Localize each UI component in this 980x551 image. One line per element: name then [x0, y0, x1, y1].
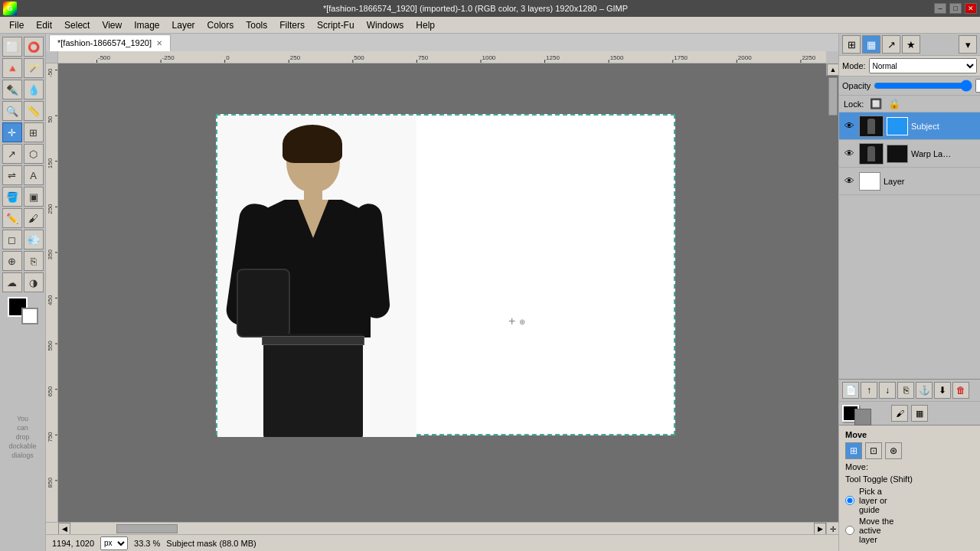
- mode-label: Mode:: [842, 61, 866, 70]
- nav-cross-button[interactable]: ✛: [826, 523, 838, 535]
- layer-actions: 📄 ↑ ↓ ⎘ ⚓ ⬇ 🗑: [839, 379, 980, 401]
- zoom-tool[interactable]: 🔍: [2, 101, 22, 121]
- heal-tool[interactable]: ⊕: [2, 251, 22, 271]
- airbrush-tool[interactable]: 💨: [24, 230, 44, 249]
- perspective-tool[interactable]: ⬡: [24, 144, 44, 164]
- tool-options-panel: Move ⊞ ⊡ ⊛ Move: Tool Toggle (Shift) Pic…: [839, 425, 980, 551]
- menubar-item-edit[interactable]: Edit: [30, 18, 58, 32]
- pick-layer-radio[interactable]: [845, 496, 854, 505]
- minimize-button[interactable]: –: [934, 3, 946, 14]
- scroll-left-button[interactable]: ◀: [58, 523, 70, 535]
- layer-row-layer[interactable]: 👁 Layer: [839, 168, 980, 195]
- move-tool[interactable]: ✛: [2, 122, 22, 142]
- maximize-button[interactable]: □: [949, 3, 962, 14]
- patterns-panel-btn[interactable]: ▦: [911, 405, 928, 422]
- menubar-item-script-fu[interactable]: Script-Fu: [311, 18, 361, 32]
- layer-row-subject[interactable]: 👁 Subject: [839, 112, 980, 140]
- layer-name-subject: Subject: [911, 122, 939, 131]
- layers-panel-icon[interactable]: ⊞: [842, 35, 861, 54]
- opacity-value[interactable]: [975, 79, 980, 93]
- layer-thumb-warplay: [859, 143, 884, 165]
- fuzzy-select-tool[interactable]: 🪄: [24, 58, 44, 78]
- menubar-item-image[interactable]: Image: [128, 18, 165, 32]
- canvas-scroll[interactable]: +⊕: [70, 76, 838, 522]
- new-layer-button[interactable]: 📄: [842, 382, 859, 399]
- paintbrush-tool[interactable]: 🖌: [24, 208, 44, 228]
- vscroll-thumb[interactable]: [828, 77, 838, 116]
- clone-tool[interactable]: ⎘: [24, 251, 44, 271]
- paths-panel-icon[interactable]: ↗: [882, 35, 900, 54]
- pick-layer-label: Pick a layer or guide: [859, 487, 901, 514]
- eraser-tool[interactable]: ◻: [2, 230, 22, 249]
- unit-select[interactable]: px in cm: [100, 536, 128, 550]
- move-active-radio[interactable]: [845, 526, 854, 535]
- canvas-tab[interactable]: *[fashion-1866574_1920] ✕: [49, 34, 171, 51]
- align-tool[interactable]: ⊞: [24, 122, 44, 142]
- scroll-up-button[interactable]: ▲: [827, 64, 838, 76]
- scroll-right-button[interactable]: ▶: [814, 523, 826, 535]
- opacity-slider[interactable]: [874, 80, 972, 92]
- move-label: Move:: [845, 462, 974, 471]
- move-layer-icon[interactable]: ⊞: [845, 442, 862, 459]
- menubar-item-layer[interactable]: Layer: [166, 18, 201, 32]
- menubar-item-view[interactable]: View: [96, 18, 128, 32]
- bucket-fill-tool[interactable]: 🪣: [2, 187, 22, 207]
- history-panel-icon[interactable]: ★: [902, 35, 920, 54]
- menubar-item-help[interactable]: Help: [410, 18, 441, 32]
- flip-tool[interactable]: ⇌: [2, 165, 22, 185]
- ellipse-select-tool[interactable]: ⭕: [24, 37, 44, 57]
- menubar-item-filters[interactable]: Filters: [273, 18, 311, 32]
- blend-mode-select[interactable]: Normal Multiply Screen Overlay: [869, 58, 977, 73]
- move-active-label: Move the active layer: [859, 517, 901, 544]
- image-canvas[interactable]: +⊕: [216, 114, 675, 435]
- move-path-icon[interactable]: ⊛: [885, 442, 902, 459]
- lock-position-icon[interactable]: 🔒: [888, 98, 900, 109]
- layer-row-warplay[interactable]: 👁 Warp La…: [839, 140, 980, 168]
- brushes-panel-btn[interactable]: 🖌: [891, 405, 908, 422]
- lock-row: Lock: 🔲 🔒: [839, 96, 980, 112]
- menubar-item-windows[interactable]: Windows: [361, 18, 410, 32]
- merge-layer-button[interactable]: ⬇: [934, 382, 951, 399]
- layer-visibility-subject[interactable]: 👁: [842, 120, 856, 132]
- layer-visibility-layer[interactable]: 👁: [842, 175, 856, 187]
- duplicate-layer-button[interactable]: ⎘: [897, 382, 914, 399]
- lock-pixels-icon[interactable]: 🔲: [870, 98, 882, 109]
- ruler-v-canvas: [46, 64, 58, 520]
- free-select-tool[interactable]: 🔺: [2, 58, 22, 78]
- cursor-coords: 1194, 1020: [52, 539, 94, 548]
- menubar-item-colors[interactable]: Colors: [201, 18, 240, 32]
- lock-label: Lock:: [844, 99, 864, 109]
- move-selection-icon[interactable]: ⊡: [865, 442, 882, 459]
- delete-layer-button[interactable]: 🗑: [952, 382, 969, 399]
- bg-swatch[interactable]: [854, 409, 871, 425]
- blend-tool[interactable]: ▣: [24, 187, 44, 207]
- raise-layer-button[interactable]: ↑: [861, 382, 877, 399]
- channels-panel-icon[interactable]: ▦: [862, 35, 880, 54]
- ruler-corner-bottom: [46, 523, 58, 534]
- smudge-tool[interactable]: ☁: [2, 272, 22, 292]
- background-color[interactable]: [21, 308, 38, 324]
- transform-tool[interactable]: ↗: [2, 144, 22, 164]
- panel-toolbar: ⊞ ▦ ↗ ★ ▾: [839, 34, 980, 56]
- menubar-item-tools[interactable]: Tools: [240, 18, 273, 32]
- layer-visibility-warplay[interactable]: 👁: [842, 148, 856, 159]
- layer-thumb-layer: [859, 172, 880, 191]
- scrollbar-horizontal[interactable]: ◀ ▶ ✛: [46, 522, 838, 534]
- pencil-tool[interactable]: ✏️: [2, 208, 22, 228]
- tab-close-button[interactable]: ✕: [156, 39, 162, 47]
- panel-settings-icon[interactable]: ▾: [959, 35, 977, 54]
- measure-tool[interactable]: 📏: [24, 101, 44, 121]
- dodge-burn-tool[interactable]: ◑: [24, 272, 44, 292]
- menubar-item-select[interactable]: Select: [58, 18, 96, 32]
- lower-layer-button[interactable]: ↓: [879, 382, 896, 399]
- close-button[interactable]: ✕: [965, 3, 977, 14]
- menubar-item-file[interactable]: File: [3, 18, 30, 32]
- hscroll-thumb[interactable]: [116, 524, 178, 533]
- tab-label: *[fashion-1866574_1920]: [57, 38, 152, 47]
- text-tool[interactable]: A: [24, 165, 44, 185]
- color-picker-tool[interactable]: 💧: [24, 80, 44, 99]
- rect-select-tool[interactable]: ⬜: [2, 37, 22, 57]
- anchor-layer-button[interactable]: ⚓: [916, 382, 933, 399]
- paths-tool[interactable]: ✒️: [2, 80, 22, 99]
- scrollbar-vertical[interactable]: ▲ ▼: [826, 64, 838, 522]
